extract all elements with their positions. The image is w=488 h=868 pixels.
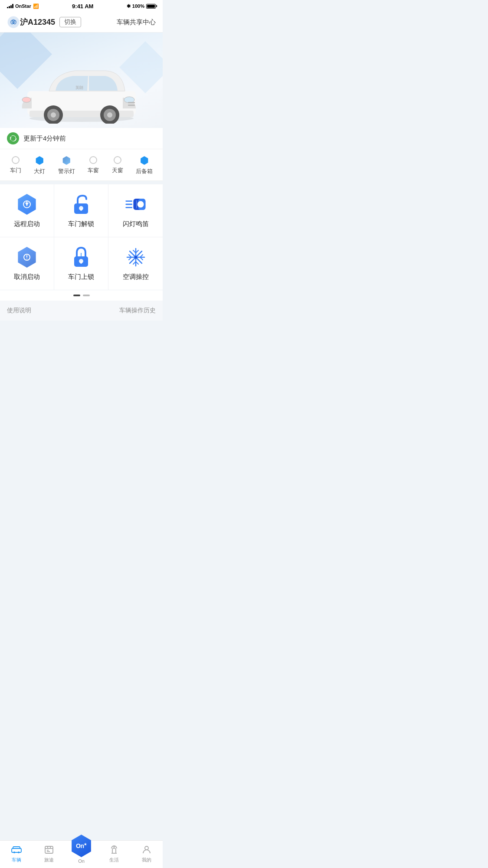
status-bar: OnStar 📶 9:41 AM ✱ 100%: [0, 0, 163, 12]
signal-icon: [7, 4, 13, 8]
svg-point-7: [124, 97, 134, 103]
status-right: ✱ 100%: [127, 3, 156, 9]
svg-point-50: [134, 256, 137, 259]
svg-rect-23: [80, 208, 82, 211]
door-indicator-label: 车门: [10, 167, 21, 174]
footer-links: 使用说明 车辆操作历史: [0, 301, 163, 321]
svg-rect-35: [80, 261, 82, 264]
door-indicator-dot: [12, 156, 20, 164]
refresh-icon[interactable]: [7, 132, 19, 144]
indicator-headlight[interactable]: 大灯: [34, 156, 45, 175]
control-grid: 远程启动 车门解锁: [0, 184, 163, 290]
hazard-indicator-dot: [62, 156, 71, 165]
bluetooth-icon: ✱: [127, 3, 131, 9]
history-link[interactable]: 车辆操作历史: [119, 307, 156, 314]
door-lock-button[interactable]: 车门上锁: [54, 237, 108, 290]
share-center-link[interactable]: 车辆共享中心: [117, 18, 156, 26]
app-header: 沪A12345 切换 车辆共享中心: [0, 12, 163, 33]
svg-rect-15: [128, 102, 135, 103]
instructions-link[interactable]: 使用说明: [7, 307, 31, 314]
remote-start-icon: [16, 193, 38, 216]
page-dots: [0, 290, 163, 301]
indicators-row: 车门 大灯 警示灯 车窗 天窗 后备箱: [0, 149, 163, 181]
ac-control-label: 空调操控: [123, 273, 149, 281]
car-image: 英朗: [19, 54, 144, 124]
door-lock-label: 车门上锁: [68, 273, 94, 281]
indicator-window[interactable]: 车窗: [88, 156, 99, 174]
status-time: 9:41 AM: [72, 3, 93, 10]
svg-text:英朗: 英朗: [75, 85, 83, 90]
headlight-indicator-label: 大灯: [34, 167, 45, 175]
trunk-indicator-dot: [140, 156, 149, 165]
plate-number: 沪A12345: [20, 17, 55, 27]
remote-start-label: 远程启动: [14, 220, 40, 228]
flash-horn-icon: [124, 193, 147, 216]
flash-horn-button[interactable]: 闪灯鸣笛: [108, 184, 163, 237]
svg-point-11: [107, 112, 112, 118]
svg-point-14: [51, 112, 56, 118]
indicator-door[interactable]: 车门: [10, 156, 21, 174]
page-dot-2: [83, 295, 90, 296]
headlight-indicator-dot: [35, 156, 44, 165]
cancel-start-button[interactable]: 取消启动: [0, 237, 54, 290]
update-status-row[interactable]: 更新于4分钟前: [0, 128, 163, 149]
control-section: 远程启动 车门解锁: [0, 184, 163, 301]
status-left: OnStar 📶: [7, 3, 39, 9]
wifi-icon: 📶: [33, 3, 39, 9]
page-dot-1: [73, 295, 80, 296]
svg-point-8: [22, 97, 31, 102]
trunk-indicator-label: 后备箱: [136, 167, 153, 175]
hero-section: 英朗: [0, 33, 163, 128]
svg-point-32: [26, 259, 27, 259]
sunroof-indicator-dot: [114, 156, 121, 164]
window-indicator-label: 车窗: [88, 167, 99, 174]
ac-icon: [124, 246, 147, 269]
battery-icon: [146, 4, 156, 9]
indicator-trunk[interactable]: 后备箱: [136, 156, 153, 175]
hazard-indicator-label: 警示灯: [58, 167, 75, 175]
update-text: 更新于4分钟前: [23, 134, 66, 143]
door-unlock-button[interactable]: 车门解锁: [54, 184, 108, 237]
window-indicator-dot: [89, 156, 97, 164]
cancel-start-icon: [16, 246, 38, 269]
unlock-icon: [70, 193, 92, 216]
door-unlock-label: 车门解锁: [68, 220, 94, 228]
svg-point-29: [137, 201, 144, 208]
indicator-sunroof[interactable]: 天窗: [112, 156, 123, 174]
lock-icon: [70, 246, 92, 269]
battery-label: 100%: [132, 3, 144, 9]
flash-horn-label: 闪灯鸣笛: [123, 220, 149, 228]
buick-logo-icon: [7, 16, 20, 29]
carrier-label: OnStar: [15, 3, 31, 9]
cancel-start-label: 取消启动: [14, 273, 40, 281]
remote-start-button[interactable]: 远程启动: [0, 184, 54, 237]
switch-vehicle-button[interactable]: 切换: [59, 17, 81, 27]
svg-rect-16: [128, 105, 135, 106]
sunroof-indicator-label: 天窗: [112, 167, 123, 174]
ac-control-button[interactable]: 空调操控: [108, 237, 163, 290]
indicator-hazard[interactable]: 警示灯: [58, 156, 75, 175]
